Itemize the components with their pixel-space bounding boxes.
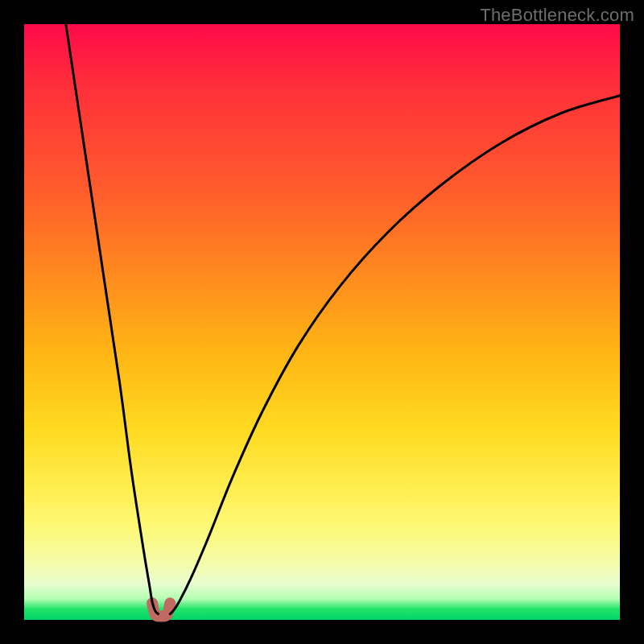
right-branch-path [170,96,620,614]
watermark-text: TheBottleneck.com [480,5,634,26]
curve-layer [24,24,620,620]
plot-area [24,24,620,620]
left-branch-path [66,24,159,614]
chart-frame: TheBottleneck.com [0,0,644,644]
